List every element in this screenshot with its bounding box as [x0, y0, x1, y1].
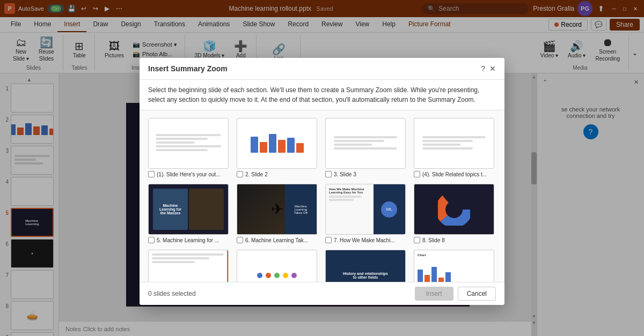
slide-8-label: 8. Slide 8	[422, 237, 445, 243]
slide-8-check[interactable]: 8. Slide 8	[414, 237, 496, 243]
slide-4-checkbox[interactable]	[414, 171, 420, 177]
dialog-slide-preview-12: Chart	[414, 250, 494, 282]
dialog-slide-item-7[interactable]: How We Make Machine Learning Easy for Yo…	[325, 184, 407, 243]
dialog-help-icon[interactable]: ?	[481, 64, 485, 73]
dialog-slide-preview-1	[148, 118, 229, 169]
dialog-cancel-button[interactable]: Cancel	[458, 287, 496, 301]
slide-7-check[interactable]: 7. How We Make Machi...	[325, 237, 407, 243]
dialog-slide-preview-11: History and relationshipsto other fields	[325, 250, 406, 282]
dialog-slide-preview-6: ✈ MachineLearningTakes Off	[237, 184, 317, 235]
slide-1-check[interactable]: (1). Slide Here's your out...	[148, 171, 230, 177]
dialog-slide-preview-2	[237, 118, 317, 169]
dialog-slide-preview-3	[325, 118, 406, 169]
slide-5-check[interactable]: 5. Machine Learning for ...	[148, 237, 230, 243]
dialog-description: Select the beginning slide of each secti…	[140, 80, 504, 110]
slides-selected-count: 0 slides selected	[148, 290, 196, 297]
slide-7-checkbox[interactable]	[325, 237, 332, 243]
slide-4-check[interactable]: (4). Slide Related topics t...	[414, 171, 496, 177]
dialog-insert-button[interactable]: Insert	[415, 287, 453, 301]
dialog-footer: 0 slides selected Insert Cancel	[140, 282, 504, 305]
slide-2-label: 2. Slide 2	[245, 171, 268, 177]
slide-3-check[interactable]: 3. Slide 3	[325, 171, 407, 177]
slide-6-label: 6. Machine Learning Tak...	[245, 237, 308, 243]
dialog-slide-item-3[interactable]: 3. Slide 3	[325, 118, 407, 177]
slides-grid: (1). Slide Here's your out...	[146, 116, 498, 282]
slide-6-check[interactable]: 6. Machine Learning Tak...	[237, 237, 319, 243]
slide-1-label: (1). Slide Here's your out...	[157, 171, 221, 177]
slide-3-checkbox[interactable]	[325, 171, 332, 177]
dialog-footer-buttons: Insert Cancel	[415, 287, 496, 301]
slide-3-label: 3. Slide 3	[334, 171, 356, 177]
slide-6-checkbox[interactable]	[237, 237, 243, 243]
slide-8-checkbox[interactable]	[414, 237, 420, 243]
dialog-slide-preview-5: MachineLearning forthe Masses	[148, 184, 229, 235]
dialog-slide-preview-4	[414, 118, 494, 169]
dialog-slide-item-2[interactable]: 2. Slide 2	[237, 118, 319, 177]
dialog-slide-item-8[interactable]: 8. Slide 8	[414, 184, 496, 243]
dialog-slide-preview-8	[414, 184, 494, 235]
slide-7-label: 7. How We Make Machi...	[334, 237, 395, 243]
dialog-slide-item-12[interactable]: Chart	[414, 250, 496, 282]
slide-2-check[interactable]: 2. Slide 2	[237, 171, 319, 177]
insert-summary-zoom-dialog: Insert Summary Zoom ? ✕ Select the begin…	[140, 58, 504, 305]
dialog-slide-item-5[interactable]: MachineLearning forthe Masses 5. Machine…	[148, 184, 230, 243]
dialog-body: (1). Slide Here's your out...	[140, 110, 504, 282]
dialog-header: Insert Summary Zoom ? ✕	[140, 58, 504, 80]
dialog-title: Insert Summary Zoom	[148, 64, 228, 73]
dialog-slide-preview-9	[148, 250, 229, 282]
slide-5-label: 5. Machine Learning for ...	[157, 237, 219, 243]
dialog-slide-item-9[interactable]	[148, 250, 230, 282]
slide-4-label: (4). Slide Related topics t...	[422, 171, 487, 177]
dialog-slide-item-10[interactable]	[237, 250, 319, 282]
dialog-slide-preview-10	[237, 250, 317, 282]
dialog-slide-item-11[interactable]: History and relationshipsto other fields	[325, 250, 407, 282]
slide-1-checkbox[interactable]	[148, 171, 155, 177]
dialog-header-icons: ? ✕	[481, 64, 496, 73]
dialog-close-icon[interactable]: ✕	[489, 64, 496, 73]
dialog-slide-item-1[interactable]: (1). Slide Here's your out...	[148, 118, 230, 177]
dialog-slide-item-6[interactable]: ✈ MachineLearningTakes Off 6. Machine Le…	[237, 184, 319, 243]
overlay: Insert Summary Zoom ? ✕ Select the begin…	[0, 0, 644, 336]
dialog-slide-preview-7: How We Make Machine Learning Easy for Yo…	[325, 184, 406, 235]
slide-2-checkbox[interactable]	[237, 171, 243, 177]
slide-5-checkbox[interactable]	[148, 237, 155, 243]
dialog-slide-item-4[interactable]: (4). Slide Related topics t...	[414, 118, 496, 177]
